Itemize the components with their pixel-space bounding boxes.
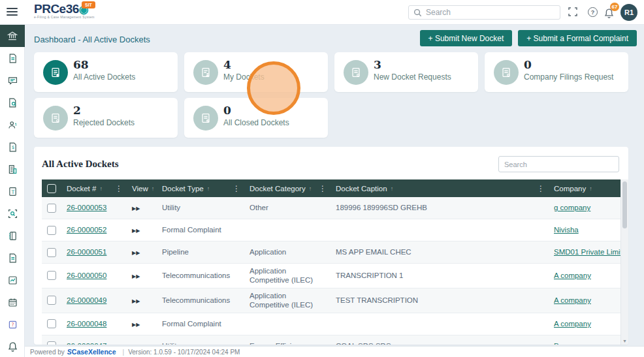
scroll-down-arrow-icon[interactable]: ▼ (622, 339, 627, 343)
dockets-panel: All Active Dockets Docket #↑⋮ View↑ Dock… (34, 147, 628, 345)
bell-outline-icon (7, 341, 18, 352)
panel-title: All Active Dockets (42, 159, 118, 170)
sidebar-item-templates[interactable]: T (0, 180, 25, 202)
row-checkbox[interactable] (47, 226, 56, 235)
invoice-icon: $ (7, 142, 18, 153)
card-new-docket-requests[interactable]: 3 New Docket Requests (334, 52, 478, 92)
card-value: 2 (73, 104, 81, 117)
card-my-dockets[interactable]: 4 My Dockets (184, 52, 328, 92)
docket-category-cell: Other (244, 200, 330, 215)
docket-link[interactable]: 26-0000049 (67, 296, 106, 304)
global-search (408, 5, 560, 20)
row-checkbox[interactable] (47, 319, 56, 328)
page-title: Dashboard - All Active Dockets (34, 35, 150, 44)
docket-link[interactable]: 26-0000050 (67, 272, 106, 279)
docket-type-cell: Utility (157, 339, 244, 345)
powered-by-label: Powered by (30, 349, 65, 356)
row-checkbox[interactable] (47, 248, 56, 257)
card-all-closed-dockets[interactable]: 0 All Closed Dockets (184, 98, 328, 138)
card-company-filings-request[interactable]: 0 Company Filings Request (485, 52, 628, 92)
sidebar-item-dockets[interactable] (0, 47, 25, 69)
document-icon (7, 53, 18, 64)
sidebar-item-library[interactable] (0, 225, 25, 247)
view-fast-forward-icon[interactable]: ▶▶ (132, 298, 140, 304)
company-link[interactable]: SMD01 Private Limited (554, 248, 620, 256)
docket-link[interactable]: 26-0000047 (67, 342, 106, 345)
card-value: 3 (374, 58, 381, 71)
avatar[interactable]: R1 (620, 4, 637, 21)
sidebar-item-messages[interactable] (0, 69, 25, 91)
company-link[interactable]: Nivisha (554, 226, 579, 234)
fullscreen-icon[interactable] (568, 7, 577, 19)
column-docket-type[interactable]: Docket Type↑⋮ (157, 179, 244, 197)
company-link[interactable]: B company (554, 342, 592, 345)
view-fast-forward-icon[interactable]: ▶▶ (132, 228, 140, 234)
view-fast-forward-icon[interactable]: ▶▶ (132, 273, 140, 279)
card-all-active-dockets[interactable]: 68 All Active Dockets (34, 52, 178, 92)
row-checkbox[interactable] (47, 204, 56, 213)
row-checkbox[interactable] (47, 296, 56, 305)
company-link[interactable]: A company (554, 320, 591, 328)
docket-link[interactable]: 26-0000048 (67, 320, 106, 328)
docket-link[interactable]: 26-0000052 (67, 226, 106, 234)
view-fast-forward-icon[interactable]: ▶▶ (132, 206, 140, 211)
hamburger-menu-icon[interactable] (7, 8, 18, 16)
sidebar-item-dashboard[interactable] (0, 25, 25, 47)
help-icon[interactable]: ? (588, 7, 598, 17)
sidebar-item-document-search[interactable] (0, 91, 25, 114)
sort-arrow-icon[interactable]: ↑ (309, 185, 312, 192)
docket-link[interactable]: 26-0000051 (67, 248, 106, 256)
docket-check-icon (193, 106, 218, 131)
view-fast-forward-icon[interactable]: ▶▶ (132, 344, 140, 345)
column-menu-icon[interactable]: ⋮ (319, 184, 330, 193)
sidebar-item-users[interactable] (0, 114, 25, 136)
scrollbar-thumb[interactable] (622, 181, 627, 228)
sort-arrow-icon[interactable]: ↑ (152, 185, 155, 192)
docket-reject-icon (43, 106, 68, 131)
logo-tagline: e-Filing & Case Management System (34, 16, 95, 19)
sidebar-item-companies[interactable] (0, 158, 25, 180)
sidebar-item-calendar[interactable] (0, 291, 25, 313)
sidebar-item-reports[interactable] (0, 269, 25, 291)
column-company[interactable]: Company↑ (549, 179, 620, 197)
docket-caption-cell: TRANSCRIPTION 1 (330, 268, 549, 283)
company-link[interactable]: A company (554, 272, 591, 279)
sort-arrow-icon[interactable]: ↑ (207, 185, 210, 192)
column-docket-category[interactable]: Docket Category↑⋮ (244, 179, 330, 197)
company-link[interactable]: g company (554, 204, 590, 211)
row-checkbox[interactable] (47, 341, 56, 345)
company-link[interactable]: A company (554, 296, 591, 304)
document-template-icon: T (7, 186, 18, 197)
column-docket-number[interactable]: Docket #↑⋮ (61, 179, 127, 197)
sidebar-item-files[interactable] (0, 247, 25, 269)
submit-formal-complaint-button[interactable]: + Submit a Formal Complaint (518, 30, 637, 46)
submit-new-docket-button[interactable]: + Submit New Docket (420, 30, 513, 46)
sidebar-item-notifications[interactable] (0, 335, 25, 357)
card-rejected-dockets[interactable]: 2 Rejected Dockets (34, 98, 178, 138)
sort-arrow-icon[interactable]: ↑ (391, 185, 394, 192)
docket-type-cell: Utility (157, 200, 244, 215)
column-docket-caption[interactable]: Docket Caption↑⋮ (330, 179, 549, 197)
sidebar-item-invoices[interactable]: $ (0, 136, 25, 158)
sort-arrow-icon[interactable]: ↑ (589, 185, 592, 192)
view-fast-forward-icon[interactable]: ▶▶ (132, 250, 140, 256)
docket-type-cell: Telecommunications (157, 268, 244, 283)
sidebar-item-help[interactable]: ? (0, 313, 25, 335)
column-menu-icon[interactable]: ⋮ (115, 184, 127, 193)
docket-link[interactable]: 26-0000053 (67, 204, 106, 211)
column-view[interactable]: View↑ (127, 179, 157, 197)
stat-cards-row-2: 2 Rejected Dockets 0 All Closed Dockets (34, 98, 628, 138)
column-menu-icon[interactable]: ⋮ (537, 184, 549, 193)
notifications-button[interactable]: 67 (604, 5, 619, 21)
view-fast-forward-icon[interactable]: ▶▶ (132, 322, 140, 328)
column-menu-icon[interactable]: ⋮ (233, 184, 244, 193)
row-checkbox[interactable] (47, 271, 56, 280)
sort-arrow-icon[interactable]: ↑ (99, 185, 103, 192)
docket-type-cell: Formal Complaint (157, 317, 244, 331)
table-scrollbar[interactable]: ▼ (620, 179, 628, 345)
table-search-input[interactable] (504, 157, 613, 172)
global-search-input[interactable] (426, 8, 555, 17)
table-row: 26-0000050 ▶▶ Telecommunications Applica… (42, 264, 620, 288)
select-all-checkbox[interactable] (47, 184, 56, 193)
sidebar-item-search-records[interactable] (0, 202, 25, 225)
